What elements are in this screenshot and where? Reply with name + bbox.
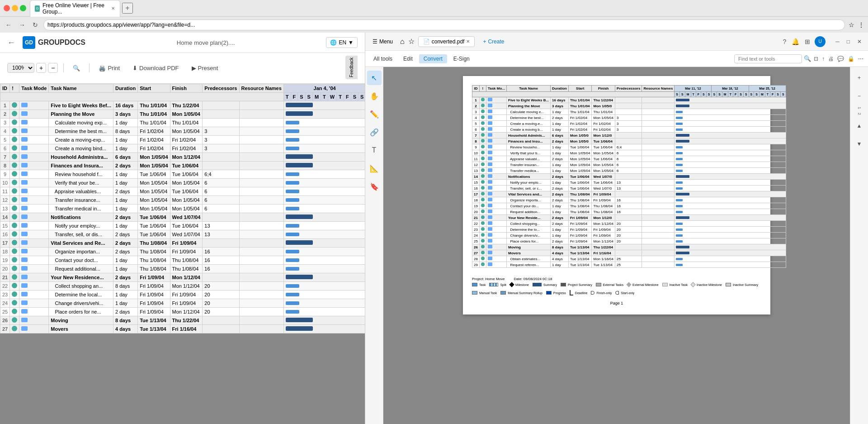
table-row: 1 Five to Eight Weeks Bef... 16 days Thu… — [0, 101, 365, 110]
pdf-legend-progress: Progress — [546, 290, 566, 295]
fit-page-btn[interactable]: ⊡ — [813, 55, 819, 63]
foxit-menu-btn[interactable]: ☰ Menu — [369, 37, 396, 47]
cell-pred: 16 — [203, 264, 239, 273]
cell-mode — [19, 213, 49, 221]
cell-mode — [19, 170, 49, 178]
foxit-create-btn[interactable]: + Create — [478, 37, 509, 47]
new-tab-btn[interactable]: + — [122, 3, 133, 14]
win-max-btn[interactable]: □ — [844, 38, 853, 46]
cell-pred: 20 — [203, 307, 239, 316]
zoom-out-btn[interactable]: − — [48, 63, 58, 73]
search-btn[interactable]: 🔍 — [69, 63, 84, 73]
ribbon-convert-btn[interactable]: Convert — [419, 54, 447, 63]
share-btn[interactable]: ↑ — [821, 55, 826, 63]
notification-icon-btn[interactable]: 🔔 — [791, 37, 800, 46]
cell-finish: Mon 1/05/04 — [170, 204, 203, 213]
present-btn[interactable]: ▶ Present — [188, 63, 222, 73]
browser-max-btn[interactable] — [20, 5, 26, 11]
next-page-btn[interactable]: ▼ — [852, 137, 867, 151]
comment-btn[interactable]: 💬 — [836, 55, 845, 63]
pdf-legend-area: Task Split Milestone — [472, 283, 761, 295]
table-row: 15 Notify your employ... 1 day Tue 1/06/… — [0, 221, 365, 230]
win-min-btn[interactable]: ─ — [833, 38, 842, 46]
download-pdf-btn[interactable]: ⬇ Download PDF — [129, 63, 182, 73]
apps-icon-btn[interactable]: ⊞ — [804, 37, 811, 46]
foxit-tab[interactable]: 📄 converted.pdf ✕ — [418, 36, 475, 47]
cell-name: Create a moving-exp... — [49, 135, 113, 144]
tab-label: Free Online Viewer | Free Group... — [42, 2, 108, 15]
zoom-in-right-btn[interactable]: + — [852, 71, 867, 85]
pdf-legend-manual-task: Manual Task — [472, 290, 497, 295]
help-icon-btn[interactable]: ? — [782, 37, 787, 46]
cell-id: 12 — [0, 195, 10, 204]
hand-tool-btn[interactable]: ✋ — [367, 89, 382, 103]
cell-start: Thu 1/01/04 — [138, 101, 170, 110]
cell-finish: Mon 1/12/04 — [170, 152, 203, 161]
cell-id: 27 — [0, 324, 10, 333]
cell-info — [10, 178, 19, 187]
cell-start: Thu 1/08/04 — [138, 264, 170, 273]
annotation-tool-btn[interactable]: ✏️ — [367, 107, 382, 121]
cell-duration: 8 days — [113, 281, 137, 290]
close-tab-btn[interactable]: ✕ — [110, 5, 115, 12]
find-input[interactable] — [734, 54, 802, 63]
lang-selector[interactable]: 🌐 EN ▼ — [326, 37, 358, 48]
cell-res — [239, 324, 283, 333]
browser-close-btn[interactable] — [4, 5, 10, 11]
pdf-table-row: 26 Moving 8 days Tue 1/13/04 Thu 1/22/04 — [472, 244, 786, 250]
link-tool-btn[interactable]: 🔗 — [367, 125, 382, 139]
print-pdf-btn[interactable]: 🖨 — [827, 55, 835, 63]
ribbon-all-tools-btn[interactable]: All tools — [369, 54, 397, 63]
pdf-table-row: 19 Contact your do... 1 day Thu 1/08/04 … — [472, 203, 786, 209]
zoom-out-right-btn[interactable]: − — [852, 89, 867, 103]
cursor-tool-btn[interactable]: ↖ — [367, 71, 382, 85]
ribbon-esign-btn[interactable]: E-Sign — [449, 54, 474, 63]
cell-start: Thu 1/08/04 — [138, 247, 170, 256]
win-close-btn[interactable]: ✕ — [854, 38, 864, 46]
active-tab[interactable]: G Free Online Viewer | Free Group... ✕ — [30, 0, 120, 17]
print-btn[interactable]: 🖨️ Print — [95, 63, 123, 73]
cell-mode — [19, 273, 49, 281]
zoom-select[interactable]: 100%75%125%150% — [7, 63, 34, 73]
find-icon-btn[interactable]: 🔍 — [804, 55, 811, 62]
address-input[interactable] — [43, 19, 845, 30]
cell-res — [239, 299, 283, 307]
cell-res — [239, 238, 283, 247]
prev-page-btn[interactable]: ▲ — [852, 119, 867, 133]
user-avatar[interactable]: U — [815, 36, 826, 47]
cell-mode — [19, 256, 49, 264]
cell-info — [10, 238, 19, 247]
refresh-nav-btn[interactable]: ↻ — [31, 20, 40, 29]
table-row: 19 Contact your doct... 1 day Thu 1/08/0… — [0, 256, 365, 264]
cell-info — [10, 110, 19, 118]
measure-tool-btn[interactable]: 📐 — [367, 161, 382, 176]
cell-res — [239, 178, 283, 187]
foxit-home-btn[interactable]: ⌂ — [400, 38, 405, 46]
pdf-table-row: 18 Organize importa... 2 days Thu 1/08/0… — [472, 197, 786, 203]
back-nav-btn[interactable]: ← — [4, 20, 14, 29]
browser-menu-btn[interactable]: ⋮ — [858, 21, 864, 29]
present-label: Present — [198, 65, 218, 71]
pdf-legend-start-only: Start-only — [615, 290, 634, 295]
cell-res — [239, 264, 283, 273]
zoom-in-btn[interactable]: + — [36, 63, 46, 73]
cell-res — [239, 135, 283, 144]
forward-nav-btn[interactable]: → — [17, 20, 27, 29]
feedback-tab[interactable]: Feedback — [345, 56, 358, 79]
foxit-star-btn[interactable]: ☆ — [408, 37, 415, 46]
close-tab-icon[interactable]: ✕ — [466, 39, 470, 44]
cell-start: Mon 1/05/04 — [138, 161, 170, 170]
browser-min-btn[interactable] — [12, 5, 18, 11]
table-row: 9 Review household f... 1 day Tue 1/06/0… — [0, 170, 365, 178]
protect-btn[interactable]: 🔒 — [847, 55, 855, 63]
cell-finish: Fri 1/09/04 — [170, 238, 203, 247]
bookmark-icon[interactable]: ☆ — [849, 21, 854, 29]
cell-start: Tue 1/13/04 — [138, 324, 170, 333]
cell-info — [10, 144, 19, 152]
stamp-tool-btn[interactable]: 🔖 — [367, 179, 382, 194]
viewer-back-btn[interactable]: ← — [7, 38, 15, 48]
more-btn[interactable]: ⋯ — [857, 55, 864, 63]
cell-info — [10, 316, 19, 324]
ribbon-edit-btn[interactable]: Edit — [399, 54, 417, 63]
text-tool-btn[interactable]: T — [367, 143, 382, 157]
